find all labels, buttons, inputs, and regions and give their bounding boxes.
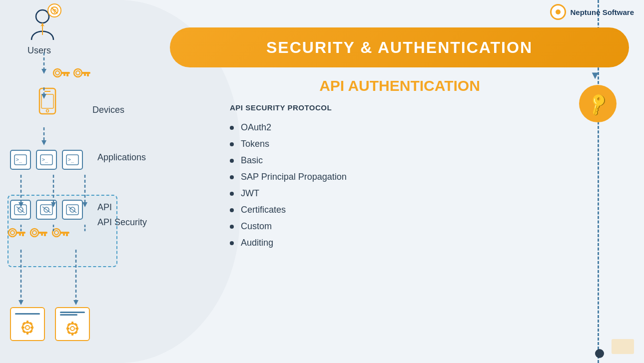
svg-rect-27 [61,72,70,74]
svg-text:>_: >_ [16,157,22,163]
svg-point-59 [30,229,38,237]
svg-rect-84 [75,328,78,330]
protocol-item-text: JWT [241,188,259,199]
users-label: Users [27,45,57,56]
protocol-list: OAuth2TokensBasicSAP Principal Propagati… [230,119,570,251]
svg-text:>_: >_ [68,157,74,163]
server-box-2 [55,307,90,341]
key-circle-icon: 🔑 [579,85,617,122]
svg-point-24 [54,12,55,13]
header-banner: SECURITY & AUTHENTICATION [170,27,629,67]
gear-svg-1 [17,317,37,336]
content-area: API AUTHENTICATION API SECURITY PROTOCOL… [230,77,570,251]
protocol-item-text: Tokens [241,139,269,149]
svg-point-31 [76,71,80,75]
protocol-item-text: OAuth2 [241,122,271,133]
svg-text:>_: >_ [42,157,48,163]
small-rect-decoration [612,339,634,354]
neptune-circle-icon [550,4,566,20]
bottom-server-icons [10,307,90,341]
api-key-1 [7,225,25,241]
arrow-down-right: ▼ [590,69,601,82]
svg-rect-72 [26,332,28,335]
list-item: Tokens [230,136,570,152]
svg-point-80 [70,327,74,331]
bullet-dot [230,175,234,179]
device-icon-group [37,87,57,117]
svg-point-19 [36,10,49,23]
svg-rect-83 [66,328,69,330]
svg-rect-68 [63,234,65,236]
svg-rect-37 [41,94,53,108]
api-icon-3 [62,200,83,220]
svg-point-38 [46,110,49,112]
api-icons-group [10,200,83,220]
applications-label: Applications [97,152,146,163]
protocol-item-text: Custom [241,221,272,232]
svg-rect-62 [44,234,46,236]
bullet-dot [230,126,234,130]
svg-point-64 [52,229,60,237]
api-security-label: API Security [97,217,147,228]
api-icon-1 [10,200,31,220]
key-icon-right: 🔑 [585,90,612,117]
key-svg-1 [52,65,70,81]
svg-point-60 [32,231,36,235]
svg-rect-67 [66,234,68,236]
svg-rect-56 [16,232,25,234]
svg-rect-82 [71,333,73,336]
list-item: Certificates [230,202,570,218]
svg-marker-5 [41,140,46,145]
api-key-2 [29,225,47,241]
neptune-brand-name: Neptune Software [570,8,634,16]
svg-rect-35 [39,88,55,114]
list-item: Custom [230,218,570,235]
svg-marker-16 [18,300,23,305]
list-item: Basic [230,152,570,169]
key-icon-group [52,65,90,81]
bullet-dot [230,159,234,163]
timeline-end-dot [595,349,604,358]
device-svg [37,87,57,115]
api-key-icons-group [7,225,69,241]
neptune-logo: Neptune Software [550,4,634,20]
svg-marker-1 [41,69,46,74]
svg-marker-18 [73,300,78,305]
svg-rect-33 [87,74,89,76]
svg-rect-63 [41,234,43,236]
svg-rect-61 [38,232,47,234]
svg-point-70 [25,326,29,330]
api-auth-title: API AUTHENTICATION [230,77,570,94]
gear-svg-2 [62,318,82,337]
bullet-dot [230,192,234,196]
api-key-3 [51,225,69,241]
svg-point-26 [55,71,59,75]
applications-group: >_ >_ >_ [10,150,83,170]
protocol-item-text: Auditing [241,238,273,248]
key-svg-2 [73,65,90,81]
svg-rect-32 [81,72,90,74]
api-label: API [97,202,112,213]
bullet-dot [230,241,234,245]
svg-rect-73 [21,327,24,329]
svg-rect-57 [22,234,24,236]
no-wifi-badge [47,3,61,17]
svg-point-30 [74,69,82,77]
server-box-1 [10,307,45,341]
api-icon-2 [36,200,57,220]
svg-point-65 [54,231,58,235]
svg-rect-74 [30,327,33,329]
page-title: SECURITY & AUTHENTICATION [266,38,533,57]
svg-rect-58 [19,234,21,236]
svg-point-54 [8,229,16,237]
app-box-3: >_ [62,150,83,170]
bullet-dot [230,208,234,212]
list-item: OAuth2 [230,119,570,136]
svg-rect-71 [26,321,28,324]
protocol-label: API SECURITY PROTOCOL [230,103,570,112]
protocol-item-text: Certificates [241,205,286,215]
svg-point-55 [10,231,14,235]
svg-rect-66 [60,232,69,234]
bullet-dot [230,142,234,146]
svg-rect-34 [84,74,86,76]
